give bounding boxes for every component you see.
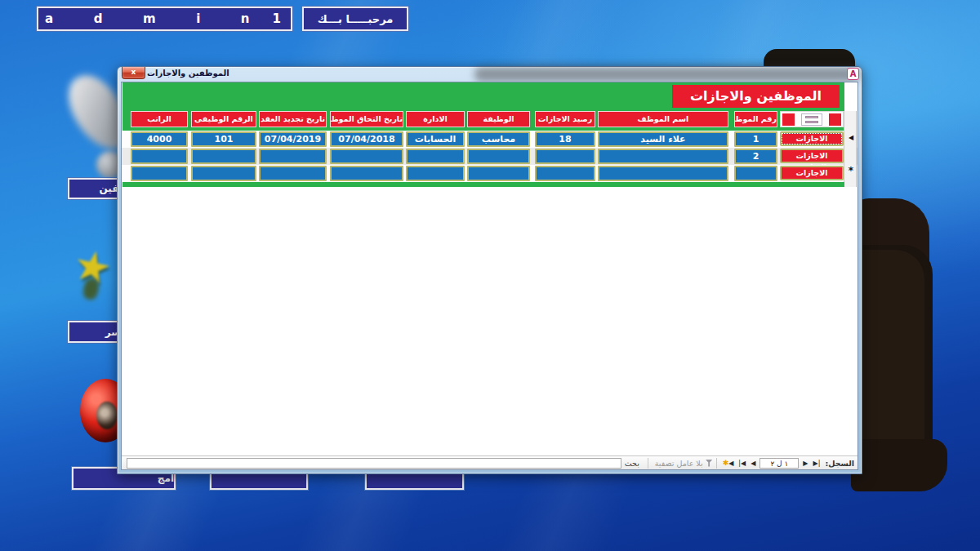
job-number-field[interactable]: [191, 149, 256, 164]
no-filter-label[interactable]: بلا عامل تصفية: [655, 459, 703, 468]
record-selector-strip[interactable]: ◀ *: [844, 111, 857, 187]
job-field[interactable]: محاسب: [467, 131, 530, 147]
contract-renewal-field[interactable]: 07/04/2019: [259, 131, 327, 147]
table-row: 2 الاجازات السابقة: [122, 148, 858, 165]
welcome-label: مرحبـــــا بـــك: [302, 7, 408, 31]
job-number-field[interactable]: [191, 166, 256, 181]
next-record-icon[interactable]: ◀: [748, 460, 758, 467]
previous-leaves-button[interactable]: الاجازات السابقة: [780, 149, 844, 163]
filter-icon: [706, 460, 713, 467]
join-date-field[interactable]: [330, 149, 403, 164]
salary-field[interactable]: [131, 166, 188, 181]
dark-chair-shape: [851, 439, 947, 491]
record-counter[interactable]: ١ ل ٢: [760, 458, 799, 469]
admin-user-field[interactable]: a d m i n 1: [37, 7, 292, 31]
column-header-department: الادارة: [406, 111, 465, 127]
form-view-icon: [801, 113, 822, 126]
column-header-leave-balance: رصيد الاجازات: [535, 111, 595, 127]
first-record-icon[interactable]: ▶|: [811, 460, 823, 467]
employee-no-field[interactable]: [734, 166, 777, 181]
contract-renewal-field[interactable]: [259, 149, 327, 164]
table-row-new: الاجازات السابقة: [122, 165, 858, 182]
search-label: بحث: [625, 459, 639, 468]
department-field[interactable]: [406, 149, 465, 164]
red-sphere-icon: [96, 402, 118, 429]
table-row: 4000 101 07/04/2019 07/04/2018 الحسابات …: [122, 131, 858, 148]
column-header-employee-name: اسم الموظف: [598, 111, 728, 127]
employee-no-field[interactable]: 2: [734, 149, 777, 164]
current-record-arrow-icon: ◀: [846, 134, 856, 141]
record-label: السجل:: [825, 459, 854, 468]
employees-vacations-window: x الموظفين والاجازات A الموظفين والاجازا…: [117, 66, 862, 474]
previous-leaves-button[interactable]: الاجازات السابقة: [780, 131, 844, 146]
column-header-salary: الراتب: [131, 111, 188, 127]
admin-user-number: 1: [273, 11, 281, 26]
red-square-icon: [829, 113, 841, 126]
form-body: الموظفين والاجازات الراتب الرقم الوظيفى …: [121, 82, 858, 470]
employee-no-field[interactable]: 1: [734, 131, 777, 147]
leave-balance-field[interactable]: 18: [535, 131, 595, 147]
department-field[interactable]: [406, 166, 465, 181]
column-header-employee-no: رقم الموظف: [734, 111, 777, 127]
column-header-job: الوظيفة: [467, 111, 530, 127]
employee-name-field[interactable]: [598, 166, 728, 181]
detail-section-strip: [122, 182, 844, 187]
employee-name-field[interactable]: علاء السيد: [598, 131, 728, 147]
window-title: الموظفين والاجازات: [147, 69, 229, 78]
join-date-field[interactable]: 07/04/2018: [330, 131, 403, 147]
divider: [716, 458, 717, 469]
job-field[interactable]: [467, 166, 530, 181]
new-record-icon[interactable]: ✱◀: [720, 459, 737, 467]
job-field[interactable]: [467, 149, 530, 164]
window-titlebar[interactable]: x الموظفين والاجازات A: [118, 67, 862, 82]
column-header-form-icon: [780, 111, 844, 127]
department-field[interactable]: الحسابات: [406, 131, 465, 147]
contract-renewal-field[interactable]: [259, 166, 327, 181]
red-square-icon: [782, 113, 795, 126]
column-header-contract-renewal: تاريخ تجديد العقد: [259, 111, 327, 127]
column-header-join-date: تاريخ التحاق الموظف: [330, 111, 403, 127]
search-input[interactable]: [127, 458, 621, 469]
employee-name-field[interactable]: [598, 149, 728, 164]
column-header-job-number: الرقم الوظيفى: [191, 111, 256, 127]
job-number-field[interactable]: 101: [191, 131, 256, 147]
previous-leaves-button[interactable]: الاجازات السابقة: [780, 166, 844, 180]
join-date-field[interactable]: [330, 166, 403, 181]
previous-record-icon[interactable]: ▶: [800, 460, 810, 467]
new-record-asterisk-icon: *: [846, 165, 856, 176]
leave-balance-field[interactable]: [535, 166, 595, 181]
close-icon[interactable]: x: [122, 67, 145, 79]
desktop-background: a d m i n 1 مرحبـــــا بـــك ★ وظفين الس…: [0, 0, 980, 551]
access-app-icon: A: [847, 68, 859, 80]
admin-username: a d m i n: [45, 11, 250, 26]
titlebar-transparency-smudge: [474, 67, 860, 82]
salary-field[interactable]: [131, 149, 188, 164]
salary-field[interactable]: 4000: [131, 131, 188, 147]
leave-balance-field[interactable]: [535, 149, 595, 164]
last-record-icon[interactable]: |◀: [736, 460, 748, 467]
form-title-label: الموظفين والاجازات: [672, 85, 840, 108]
divider: [648, 458, 648, 469]
record-navigation-bar: السجل: ▶| ▶ ١ ل ٢ ◀ |◀ ✱◀ بلا عامل تصفية…: [122, 455, 858, 469]
